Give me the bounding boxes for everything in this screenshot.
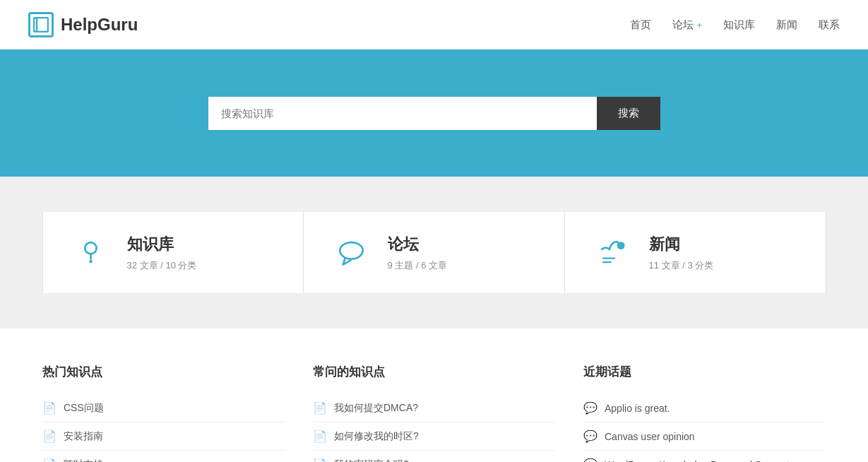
header: HelpGuru 首页 论坛 + 知识库 新闻 联系 [0, 0, 868, 49]
search-button[interactable]: 搜索 [597, 97, 660, 130]
hot-knowledge-title: 热门知识点 [42, 364, 285, 380]
forum-stats: 9 主题 / 6 文章 [388, 259, 448, 272]
chat-icon: 💬 [583, 401, 598, 415]
nav-knowledge[interactable]: 知识库 [723, 18, 755, 32]
topic-text: WordPress, Knowledge Base and Support [605, 459, 790, 463]
chat-icon: 💬 [583, 458, 598, 462]
forum-card[interactable]: 论坛 9 主题 / 6 文章 [304, 212, 565, 293]
nav-contact[interactable]: 联系 [819, 18, 840, 32]
forum-info: 论坛 9 主题 / 6 文章 [388, 234, 448, 272]
topic-text: Canvas user opinion [605, 431, 695, 442]
recent-topics-title: 近期话题 [583, 364, 826, 380]
list-item-text: 安装指南 [64, 430, 103, 443]
svg-point-2 [85, 242, 96, 254]
faq-item[interactable]: 📄 我的密码安全吗? [313, 451, 555, 462]
hot-knowledge-column: 热门知识点 📄 CSS问题 📄 安装指南 📄 随时支持 [42, 364, 285, 462]
main-nav: 首页 论坛 + 知识库 新闻 联系 [630, 18, 840, 32]
cards-section: 知识库 32 文章 / 10 分类 论坛 9 主题 / 6 文章 新 [0, 177, 868, 328]
faq-item-text: 我如何提交DMCA? [334, 402, 418, 415]
faq-column: 常问的知识点 📄 我如何提交DMCA? 📄 如何修改我的时区? 📄 我的密码安全… [313, 364, 555, 462]
list-item-text: 随时支持 [64, 458, 103, 463]
topic-item[interactable]: 💬 Canvas user opinion [583, 422, 826, 451]
list-item[interactable]: 📄 随时支持 [42, 451, 285, 462]
topic-text: Applio is great. [605, 403, 670, 414]
doc-icon: 📄 [313, 401, 327, 415]
svg-point-6 [617, 242, 624, 249]
knowledge-card[interactable]: 知识库 32 文章 / 10 分类 [42, 212, 304, 293]
knowledge-icon [71, 233, 110, 272]
nav-news[interactable]: 新闻 [776, 18, 797, 32]
news-title: 新闻 [649, 234, 714, 255]
doc-icon: 📄 [313, 430, 327, 443]
nav-home[interactable]: 首页 [630, 18, 651, 32]
knowledge-info: 知识库 32 文章 / 10 分类 [127, 234, 197, 272]
faq-item-text: 我的密码安全吗? [334, 458, 409, 463]
nav-forum[interactable]: 论坛 + [672, 18, 702, 32]
svg-point-4 [89, 260, 93, 263]
faq-item[interactable]: 📄 我如何提交DMCA? [313, 394, 555, 422]
recent-topics-column: 近期话题 💬 Applio is great. 💬 Canvas user op… [583, 364, 826, 462]
svg-rect-1 [37, 18, 48, 32]
chat-icon: 💬 [583, 430, 598, 443]
forum-title: 论坛 [388, 234, 448, 255]
news-card[interactable]: 新闻 11 文章 / 3 分类 [565, 212, 826, 293]
doc-icon: 📄 [313, 458, 327, 462]
faq-title: 常问的知识点 [313, 364, 555, 380]
svg-point-5 [340, 242, 362, 259]
faq-item[interactable]: 📄 如何修改我的时区? [313, 422, 555, 451]
doc-icon: 📄 [42, 430, 57, 443]
topic-item[interactable]: 💬 WordPress, Knowledge Base and Support [583, 451, 826, 462]
logo[interactable]: HelpGuru [28, 12, 138, 37]
news-info: 新闻 11 文章 / 3 分类 [649, 234, 714, 272]
news-stats: 11 文章 / 3 分类 [649, 259, 714, 272]
nav-forum-plus: + [696, 20, 702, 30]
topic-item[interactable]: 💬 Applio is great. [583, 394, 826, 422]
logo-text: HelpGuru [61, 15, 138, 35]
list-item-text: CSS问题 [64, 402, 104, 415]
doc-icon: 📄 [42, 458, 57, 462]
knowledge-stats: 32 文章 / 10 分类 [127, 259, 197, 272]
forum-icon [332, 233, 371, 272]
news-icon [593, 233, 632, 272]
knowledge-title: 知识库 [127, 234, 197, 255]
list-item[interactable]: 📄 安装指南 [42, 422, 285, 451]
search-bar: 搜索 [208, 97, 660, 130]
bottom-section: 热门知识点 📄 CSS问题 📄 安装指南 📄 随时支持 常问的知识点 📄 我如何… [0, 328, 868, 462]
search-input[interactable] [208, 97, 597, 130]
logo-icon [28, 12, 54, 37]
faq-item-text: 如何修改我的时区? [334, 430, 419, 443]
hero-section: 搜索 [0, 49, 868, 177]
list-item[interactable]: 📄 CSS问题 [42, 394, 285, 422]
doc-icon: 📄 [42, 401, 57, 415]
